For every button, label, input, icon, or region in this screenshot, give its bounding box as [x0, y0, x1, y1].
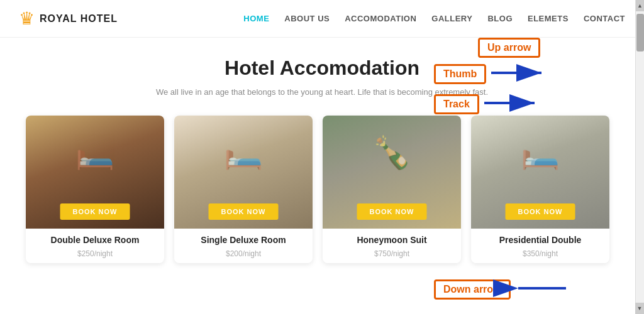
card-single-name: Single Deluxe Room	[179, 235, 308, 245]
price-unit-2: /night	[243, 249, 261, 258]
card-presidential-name: Presidential Double	[476, 235, 604, 245]
card-honeymoon-price: $750/night	[328, 247, 456, 258]
down-arrow-svg	[516, 282, 572, 295]
header: ♛ ROYAL HOTEL HOME ABOUT US ACCOMODATION…	[0, 0, 644, 38]
book-presidential-button[interactable]: BOOK NOW	[506, 203, 575, 220]
nav-contact[interactable]: CONTACT	[584, 14, 625, 23]
card-honeymoon: 🍾 BOOK NOW Honeymoon Suit $750/night	[323, 116, 461, 263]
price-unit-4: /night	[540, 249, 558, 258]
room-icon-2: 🛏️	[174, 116, 313, 171]
card-presidential-img: 🛏️ BOOK NOW	[471, 116, 609, 229]
card-honeymoon-info: Honeymoon Suit $750/night	[323, 229, 461, 263]
nav-gallery[interactable]: GALLERY	[431, 14, 472, 23]
nav-home[interactable]: HOME	[243, 14, 269, 23]
section-subtitle: We all live in an age that belongs to th…	[25, 87, 619, 97]
section-title: Hotel Accomodation	[25, 57, 619, 80]
card-single-info: Single Deluxe Room $200/night	[174, 229, 313, 263]
card-presidential: 🛏️ BOOK NOW Presidential Double $350/nig…	[471, 116, 609, 263]
card-presidential-price: $350/night	[476, 247, 604, 258]
card-honeymoon-img: 🍾 BOOK NOW	[323, 116, 461, 229]
nav-accomodation[interactable]: ACCOMODATION	[345, 14, 416, 23]
card-double-name: Double Deluxe Room	[31, 235, 159, 245]
book-honeymoon-button[interactable]: BOOK NOW	[357, 203, 427, 220]
annotation-down-arrow: Down arrow	[434, 279, 572, 300]
card-single-img: 🛏️ BOOK NOW	[174, 116, 313, 229]
scrollbar-up-arrow[interactable]: ▲	[636, 0, 645, 11]
main-content: Hotel Accomodation We all live in an age…	[0, 38, 644, 276]
nav-about[interactable]: ABOUT US	[284, 14, 330, 23]
nav-elements[interactable]: ELEMETS	[528, 14, 569, 23]
logo: ♛ ROYAL HOTEL	[19, 8, 118, 29]
card-presidential-info: Presidential Double $350/night	[471, 229, 609, 263]
price-unit-3: /night	[391, 249, 409, 258]
cards-row: 🛏️ BOOK NOW Double Deluxe Room $250/nigh…	[25, 116, 610, 263]
nav-blog[interactable]: BLOG	[487, 14, 513, 23]
card-double-price: $250/night	[31, 247, 159, 258]
logo-text: ROYAL HOTEL	[40, 13, 118, 24]
card-double-info: Double Deluxe Room $250/night	[26, 229, 164, 263]
scrollbar-thumb[interactable]	[636, 14, 644, 51]
room-icon: 🛏️	[26, 116, 164, 171]
crown-icon: ♛	[19, 8, 35, 29]
scrollbar-down-arrow[interactable]: ▼	[635, 303, 644, 314]
card-single-deluxe: 🛏️ BOOK NOW Single Deluxe Room $200/nigh…	[174, 116, 313, 263]
book-single-button[interactable]: BOOK NOW	[209, 203, 279, 220]
price-unit: /night	[94, 249, 113, 258]
book-double-button[interactable]: BOOK NOW	[60, 203, 130, 220]
card-double-deluxe: 🛏️ BOOK NOW Double Deluxe Room $250/nigh…	[26, 116, 164, 263]
card-single-price: $200/night	[179, 247, 308, 258]
scrollbar-track: ▲	[635, 0, 644, 314]
card-double-img: 🛏️ BOOK NOW	[26, 116, 164, 229]
card-honeymoon-name: Honeymoon Suit	[328, 235, 456, 245]
down-arrow-label: Down arrow	[434, 279, 511, 300]
room-icon-4: 🛏️	[471, 116, 609, 171]
room-icon-3: 🍾	[323, 116, 461, 171]
main-nav: HOME ABOUT US ACCOMODATION GALLERY BLOG …	[243, 14, 625, 23]
